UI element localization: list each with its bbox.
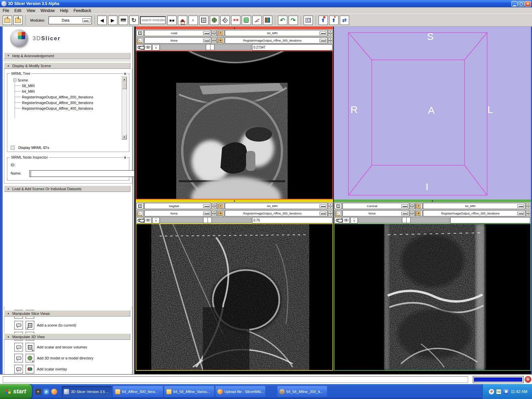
- search-modules-input[interactable]: [140, 16, 166, 24]
- sagittal-label-dropdown[interactable]: None: [144, 210, 211, 216]
- orientation-spinner[interactable]: ▲▼: [212, 30, 216, 36]
- link-slices-button[interactable]: [334, 217, 342, 223]
- sagittal-slice-slider[interactable]: [160, 217, 251, 223]
- close-button[interactable]: ✕: [525, 1, 531, 7]
- coronal-slice-slider[interactable]: [358, 217, 450, 223]
- home-module-button[interactable]: [178, 16, 187, 25]
- tray-status-icon[interactable]: ⊘: [489, 389, 494, 394]
- sagittal-orientation-dropdown[interactable]: Sagittal: [144, 203, 211, 209]
- add-scene-button[interactable]: +: [26, 321, 34, 330]
- foreground-spinner[interactable]: ▲▼: [328, 30, 332, 36]
- label-layer-button[interactable]: L: [136, 37, 144, 44]
- module-back-button[interactable]: ◀: [97, 16, 107, 25]
- label-layer-button[interactable]: L: [334, 210, 342, 216]
- background-layer-button[interactable]: B: [217, 210, 224, 216]
- coronal-background-dropdown[interactable]: RegisterImageOutput_Affine_300_Iteration…: [423, 210, 525, 216]
- coronal-label-dropdown[interactable]: None: [342, 210, 409, 216]
- tree-scrollbar[interactable]: ▲ ▼: [122, 76, 127, 140]
- close-mrml-tree-button[interactable]: x: [123, 71, 127, 75]
- module-refresh-button[interactable]: ↻: [129, 16, 139, 25]
- dropdown-indicator-icon[interactable]: [203, 32, 210, 35]
- slice-visibility-button[interactable]: [144, 44, 152, 51]
- taskbar-task-slicer[interactable]: 3D Slicer Version 3.5 ...: [62, 386, 112, 397]
- taskbar-task-gimp[interactable]: 64_58_Affine_200_It...: [277, 386, 327, 397]
- menu-window[interactable]: Window: [38, 8, 58, 14]
- menu-edit[interactable]: Edit: [12, 8, 24, 14]
- foreground-spinner[interactable]: ▲▼: [526, 203, 530, 209]
- dropdown-indicator-icon[interactable]: [320, 212, 326, 215]
- dropdown-indicator-icon[interactable]: [517, 212, 524, 215]
- tree-node[interactable]: RegisterImageOutput_Affine_400_Iteration…: [11, 105, 120, 111]
- axial-slice-view[interactable]: [136, 51, 333, 200]
- axial-background-dropdown[interactable]: RegisterImageOutput_Affine_300_Iteration…: [225, 37, 328, 44]
- background-spinner[interactable]: ▲▼: [328, 210, 332, 216]
- screen-capture-button[interactable]: ⇄: [340, 16, 349, 25]
- add-volumes-button[interactable]: +: [26, 343, 34, 351]
- internet-explorer-icon[interactable]: e: [43, 389, 49, 395]
- threed-view[interactable]: S R A L I: [334, 27, 531, 200]
- more-options-button[interactable]: °°°▼: [152, 44, 160, 51]
- firefox-icon[interactable]: [51, 389, 57, 395]
- scroll-thumb[interactable]: [122, 82, 127, 89]
- clock[interactable]: 11:42 AM: [511, 389, 527, 394]
- label-layer-button[interactable]: L: [136, 210, 144, 216]
- dropdown-indicator-icon[interactable]: [320, 39, 326, 42]
- dropdown-indicator-icon[interactable]: [320, 32, 326, 35]
- foreground-layer-button[interactable]: F: [415, 203, 422, 209]
- foreground-spinner[interactable]: ▲▼: [328, 203, 332, 209]
- collapse-triangle-icon[interactable]: ▲: [7, 64, 10, 67]
- menu-file[interactable]: File: [0, 8, 12, 14]
- orientation-spinner[interactable]: ▲▼: [212, 203, 216, 209]
- undo-button[interactable]: ↶: [278, 16, 287, 25]
- place-fiducial-button[interactable]: ⬆▣: [319, 16, 328, 25]
- close-node-inspector-button[interactable]: x: [123, 155, 127, 159]
- more-options-button[interactable]: °°°▼: [350, 217, 358, 223]
- quick-launch-tool-icon[interactable]: ⌖: [35, 389, 41, 395]
- axial-color-strip[interactable]: ▲: [136, 27, 333, 29]
- display-mrml-ids-checkbox[interactable]: [11, 146, 15, 150]
- slice-plane-button[interactable]: [136, 203, 144, 209]
- sagittal-slice-value[interactable]: 0.75: [252, 217, 332, 223]
- section-manipulate-slice-views[interactable]: ▲ Manipulate Slice Views: [4, 310, 130, 317]
- module-search-button[interactable]: [167, 16, 177, 25]
- tree-node[interactable]: 58_MRI: [11, 83, 120, 88]
- background-layer-button[interactable]: B: [415, 210, 422, 216]
- start-button[interactable]: start: [0, 384, 32, 399]
- shield-tray-icon[interactable]: ▤: [503, 389, 509, 394]
- dropdown-indicator-icon[interactable]: [401, 204, 408, 208]
- slice-visibility-button[interactable]: [144, 217, 152, 223]
- tooltip-button[interactable]: [14, 321, 23, 330]
- link-slices-button[interactable]: [136, 44, 144, 51]
- slice-plane-button[interactable]: [334, 203, 342, 209]
- axial-slice-value[interactable]: 0.27347: [252, 44, 332, 51]
- taskbar-task-browser[interactable]: Upload file - SlicerWiki...: [215, 386, 265, 397]
- axial-orientation-dropdown[interactable]: Axial: [144, 30, 211, 36]
- axial-foreground-dropdown[interactable]: 64_MRI: [225, 30, 328, 36]
- tree-node[interactable]: RegisterImageOutput_Affine_300_Iteration…: [11, 100, 120, 105]
- slice-plane-button[interactable]: [136, 30, 144, 36]
- volumes-module-button[interactable]: [199, 16, 208, 25]
- slice-visibility-button[interactable]: [342, 217, 350, 223]
- tree-node[interactable]: RegisterImageOutput_Affine_200_Iteration…: [11, 94, 120, 100]
- more-options-button[interactable]: °°°▼: [152, 217, 160, 223]
- section-load-add-datasets[interactable]: ▲ Load & Add Scenes Or Individual Datase…: [4, 186, 130, 192]
- redo-button[interactable]: ↷: [289, 16, 298, 25]
- collapse-triangle-icon[interactable]: ▲: [7, 335, 10, 338]
- tooltip-button[interactable]: [14, 343, 23, 351]
- coronal-orientation-dropdown[interactable]: Coronal: [342, 203, 409, 209]
- editor-module-button[interactable]: [252, 16, 262, 25]
- select-fiducial-button[interactable]: ⬆✳: [329, 16, 338, 25]
- dropdown-indicator-icon[interactable]: [517, 204, 524, 208]
- title-bar[interactable]: 3D Slicer Version 3.5 Alpha ▁ ▢ ✕: [0, 0, 532, 7]
- taskbar-task-folder1[interactable]: 64_Affine_300_Itera...: [113, 386, 163, 397]
- module-history-button[interactable]: [119, 16, 128, 25]
- modules-dropdown[interactable]: Data: [49, 16, 92, 24]
- scroll-up-icon[interactable]: ▲: [122, 77, 127, 81]
- foreground-layer-button[interactable]: F: [217, 30, 224, 36]
- coronal-color-strip[interactable]: ▲: [334, 200, 531, 202]
- dropdown-indicator-icon[interactable]: [203, 204, 210, 208]
- tooltip-button[interactable]: [14, 365, 23, 373]
- name-input[interactable]: [29, 170, 151, 177]
- colors-module-button[interactable]: [263, 16, 272, 25]
- cancel-progress-button[interactable]: ✕: [525, 376, 531, 383]
